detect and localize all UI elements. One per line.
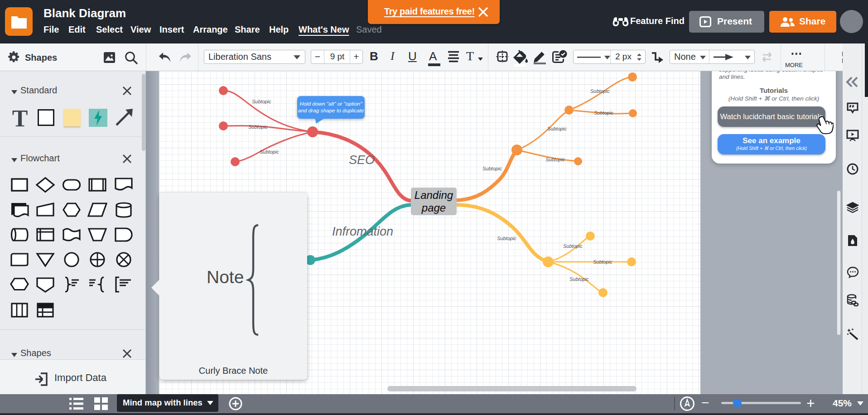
svg-text:Subtopic: Subtopic	[569, 276, 589, 282]
svg-text:Subtopic: Subtopic	[545, 157, 565, 162]
svg-text:Subtopic: Subtopic	[593, 259, 612, 265]
svg-text:Subtopic: Subtopic	[497, 236, 516, 241]
svg-text:Infromation: Infromation	[332, 225, 393, 238]
svg-text:Subtopic: Subtopic	[260, 149, 279, 154]
svg-text:Subtopic: Subtopic	[547, 126, 567, 131]
svg-text:Subtopic: Subtopic	[248, 124, 268, 130]
svg-text:Subtopic: Subtopic	[482, 166, 502, 171]
svg-text:Subtopic: Subtopic	[594, 110, 613, 116]
svg-text:Subtopic: Subtopic	[590, 88, 610, 94]
svg-text:Subtopic: Subtopic	[563, 243, 583, 249]
svg-text:Subtopic: Subtopic	[252, 99, 271, 104]
svg-text:SEO: SEO	[349, 153, 375, 167]
